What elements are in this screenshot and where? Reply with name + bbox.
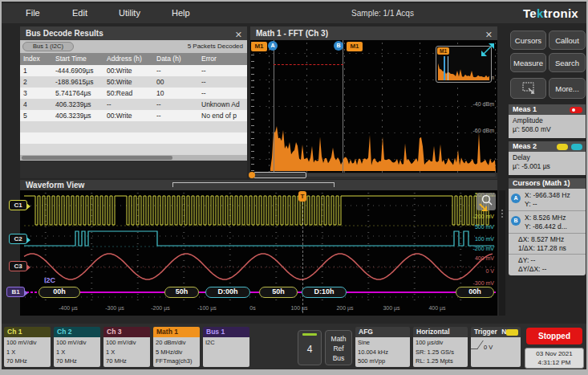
- menu-edit[interactable]: Edit: [72, 8, 87, 18]
- ch2-settings-badge[interactable]: Ch 2 100 mV/div1 X70 MHz: [54, 327, 100, 367]
- cursors-readout-header: Cursors (Math 1): [509, 178, 586, 189]
- scrollbar-thumb[interactable]: [22, 156, 172, 160]
- meas1-name: Amplitude: [513, 116, 586, 125]
- fit-to-view-icon[interactable]: [480, 42, 496, 58]
- cursors-readout-panel[interactable]: Cursors (Math 1) A X: -966.348 Hz Y: -- …: [509, 178, 586, 275]
- waveform-traces: [22, 190, 496, 316]
- fft-cursor-a-line[interactable]: [274, 40, 274, 173]
- scale-label: -300 mV: [436, 280, 494, 286]
- trigger-position-marker[interactable]: T: [298, 191, 306, 202]
- cursors-button[interactable]: Cursors: [510, 31, 546, 50]
- horizontal-badge[interactable]: Horizontal 100 µs/divSR: 1.25 GS/sRL: 1.…: [413, 327, 468, 367]
- bus-packet: 50h: [164, 287, 199, 298]
- cursor-a-y: Y: --: [525, 200, 586, 209]
- bus-decode-title: Bus Decode Results ✕: [20, 26, 247, 40]
- acquisition-status: Sample: 1/1 Acqs: [314, 9, 451, 18]
- packets-decoded-label: 5 Packets Decoded: [188, 43, 243, 50]
- meas2-panel[interactable]: Meas 2 Delay µ': -5.001 µs: [509, 141, 586, 175]
- channel-4-indicator: [302, 333, 317, 336]
- time-label: 400 µs: [428, 305, 445, 311]
- time-label: 200 µs: [336, 305, 353, 311]
- time-label: 100 µs: [290, 305, 307, 311]
- cursor-a-handle[interactable]: A: [268, 41, 278, 51]
- fft-position-handle[interactable]: [249, 172, 255, 178]
- dvm-icon-button[interactable]: [510, 78, 546, 99]
- fft-title: Math 1 - FFT (Ch 3) ✕: [250, 26, 497, 40]
- table-row[interactable]: 5406.3239µs00:Write--No end of p: [20, 110, 247, 121]
- menu-file[interactable]: File: [26, 8, 40, 18]
- menu-bar: File Edit Utility Help Sample: 1/1 Acqs …: [2, 3, 586, 23]
- search-button[interactable]: Search: [549, 53, 586, 72]
- table-row[interactable]: 4406.3239µs----Unknown Ad: [20, 99, 247, 110]
- trigger-badge[interactable]: Trigger N 0 V: [471, 327, 521, 367]
- bus-1-badge[interactable]: B1: [6, 287, 25, 297]
- waveform-title: Waveform View: [26, 181, 84, 190]
- meas1-value: µ': 508.0 mV: [513, 125, 586, 134]
- table-row[interactable]: 2-188.9615µs50:Write00--: [20, 76, 247, 88]
- cursor-a-icon: A: [511, 194, 521, 203]
- time-label: -400 µs: [59, 305, 78, 311]
- table-hscrollbar[interactable]: [20, 155, 247, 161]
- acquisition-stopped-button[interactable]: Stopped: [526, 328, 582, 344]
- datetime-display: 03 Nov 2021 4:31:12 PM: [525, 348, 584, 369]
- menu-utility[interactable]: Utility: [119, 8, 140, 18]
- meas2-value: µ': -5.001 µs: [513, 162, 586, 171]
- math1-settings-badge[interactable]: Math 1 20 dBm/div5 MHz/divFFTmag(ch3): [153, 327, 200, 367]
- bus-packet: D:00h: [205, 287, 250, 298]
- ch3-settings-badge[interactable]: Ch 3 100 mV/div1 X70 MHz: [103, 327, 150, 367]
- math-ref-bus-button[interactable]: MathRefBus: [325, 330, 352, 365]
- scale-label: 0 V: [436, 268, 494, 274]
- draw-box-icon: [522, 82, 535, 95]
- meas1-panel[interactable]: Meas 1 Amplitude µ': 508.0 mV: [509, 104, 586, 138]
- splitter-handle[interactable]: [499, 210, 505, 218]
- panel-splitter[interactable]: [499, 190, 505, 316]
- bus-tab[interactable]: Bus 1 (I2C): [22, 42, 74, 51]
- ch1-settings-badge[interactable]: Ch 1 100 mV/div1 X70 MHz: [4, 327, 51, 367]
- time-label: 300 µs: [383, 305, 399, 311]
- time-label: -300 µs: [105, 305, 124, 311]
- date-label: 03 Nov 2021: [525, 349, 583, 358]
- db-label: -40 dBm: [446, 101, 494, 107]
- math1-badge[interactable]: M1: [251, 42, 267, 51]
- afg-badge[interactable]: AFG Sine10.004 kHz500 mVpp: [355, 327, 410, 367]
- channel-2-badge[interactable]: C2: [9, 234, 27, 244]
- channel-1-badge[interactable]: C1: [9, 200, 27, 210]
- fft-position-thumb[interactable]: [253, 172, 306, 178]
- meas1-source-badge: [570, 107, 582, 113]
- bus-decode-panel: Bus Decode Results ✕ Bus 1 (I2C) 5 Packe…: [20, 26, 247, 178]
- more-button[interactable]: More...: [549, 78, 586, 99]
- bus-packet: 50h: [259, 287, 298, 298]
- cursor-b-handle[interactable]: B: [334, 41, 343, 51]
- callout-button[interactable]: Callout: [549, 31, 586, 50]
- fft-cursor-b-line[interactable]: [343, 40, 343, 173]
- empty-row: [20, 144, 247, 155]
- bus-packet: D:10h: [302, 287, 347, 298]
- menu-help[interactable]: Help: [172, 8, 190, 18]
- bus-decode-subheader: Bus 1 (I2C) 5 Packets Decoded: [20, 40, 247, 53]
- time-label: -200 µs: [151, 305, 170, 311]
- bus-protocol-label: I2C: [44, 276, 55, 284]
- meas2-header: Meas 2: [509, 141, 586, 152]
- time-label: -100 µs: [197, 305, 217, 311]
- time-label: 0s: [249, 305, 255, 311]
- cursor-dx: ΔX: 8.527 MHz: [518, 235, 586, 244]
- cursor-b-x: X: 8.526 MHz: [525, 214, 586, 222]
- table-row[interactable]: 1-444.6909µs00:Write----: [20, 65, 247, 76]
- measure-button[interactable]: Measure: [510, 53, 546, 72]
- rising-edge-icon: [471, 340, 484, 349]
- bus-packet: 00h: [456, 287, 494, 298]
- bus1-settings-badge[interactable]: Bus 1 I2C: [203, 327, 249, 367]
- empty-row: [20, 121, 247, 132]
- table-row[interactable]: 35.741764µs50:Read10--: [20, 88, 247, 99]
- channel-3-badge[interactable]: C3: [9, 261, 27, 271]
- thumbnail-cursor: [444, 56, 445, 80]
- zoom-extent-bracket[interactable]: [172, 182, 335, 187]
- meas2-name: Delay: [513, 153, 586, 162]
- bus-packet: 00h: [39, 287, 80, 298]
- math1-badge[interactable]: M1: [347, 42, 363, 51]
- zoom-overlay-icon[interactable]: [475, 193, 496, 217]
- add-channel-4-button[interactable]: 4: [298, 330, 322, 365]
- scale-label: 100 mV: [436, 236, 494, 242]
- cursor-a-x: X: -966.348 Hz: [525, 191, 586, 200]
- scale-label: 500 mV: [436, 224, 494, 230]
